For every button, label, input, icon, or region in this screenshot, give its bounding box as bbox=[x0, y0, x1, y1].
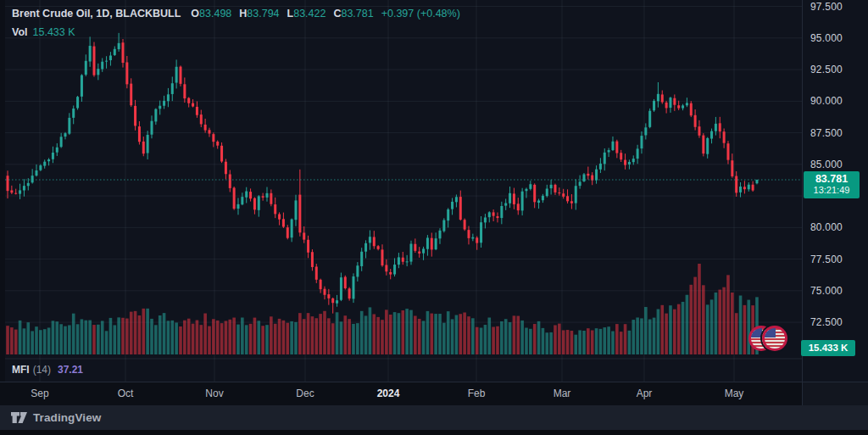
tradingview-chart-widget: Brent Crude Oil, 1D, BLACKBULLO83.498H83… bbox=[0, 0, 868, 435]
mfi-indicator-legend[interactable]: MFI(14)37.21 bbox=[12, 364, 83, 376]
tradingview-brand: TradingView bbox=[33, 411, 101, 424]
time-tick-label: Feb bbox=[468, 388, 486, 399]
price-tick-label: 77.500 bbox=[810, 254, 843, 265]
legend-ohlc-row: Brent Crude Oil, 1D, BLACKBULLO83.498H83… bbox=[12, 7, 460, 21]
price-tick-label: 92.500 bbox=[810, 64, 843, 75]
mfi-period: (14) bbox=[33, 364, 51, 376]
time-tick-label: Dec bbox=[296, 388, 314, 399]
time-tick-label: Mar bbox=[554, 388, 571, 399]
candlestick-chart bbox=[0, 0, 802, 382]
footer-bar: TradingView bbox=[0, 405, 868, 430]
time-tick-label: Nov bbox=[205, 388, 223, 399]
time-tick-label: 2024 bbox=[377, 388, 400, 399]
chart-left-margin bbox=[0, 0, 5, 382]
close-value: 83.781 bbox=[341, 8, 373, 20]
price-tick-label: 75.000 bbox=[810, 285, 843, 297]
open-label: O bbox=[191, 8, 199, 20]
price-axis[interactable]: 83.781 13:21:49 15.433 K 97.50095.00092.… bbox=[802, 0, 868, 382]
price-tick-label: 90.000 bbox=[810, 95, 843, 107]
time-tick-label: May bbox=[725, 388, 744, 399]
mfi-name: MFI bbox=[12, 364, 30, 376]
high-value: 83.794 bbox=[247, 8, 279, 20]
volume-value: 15.433 K bbox=[33, 26, 75, 38]
last-price: 83.781 bbox=[804, 173, 860, 185]
price-tick-label: 72.500 bbox=[810, 316, 843, 328]
economic-event-markers[interactable] bbox=[748, 326, 789, 352]
time-tick-label: Oct bbox=[118, 388, 134, 399]
time-tick-label: Sep bbox=[31, 388, 48, 399]
price-tick-label: 95.000 bbox=[810, 32, 843, 44]
axis-corner bbox=[802, 382, 868, 405]
volume-badge: 15.433 K bbox=[801, 340, 855, 356]
open-value: 83.498 bbox=[199, 8, 231, 20]
time-axis[interactable]: SepOctNovDec2024FebMarAprMay bbox=[0, 382, 802, 405]
price-tick-label: 85.000 bbox=[810, 159, 843, 170]
tradingview-attribution-link[interactable]: TradingView bbox=[11, 411, 101, 424]
price-tick-label: 97.500 bbox=[810, 1, 843, 13]
us-flag-event-icon[interactable] bbox=[762, 326, 787, 351]
change-value: +0.397 (+0.48%) bbox=[381, 8, 460, 20]
price-badge: 83.781 13:21:49 bbox=[804, 171, 860, 198]
legend-volume-row: Vol15.433 K bbox=[12, 25, 460, 40]
tradingview-logo-icon bbox=[11, 411, 27, 424]
chart-canvas[interactable] bbox=[0, 0, 802, 382]
low-value: 83.422 bbox=[293, 8, 326, 20]
price-tick-label: 87.500 bbox=[810, 127, 843, 139]
mfi-value: 37.21 bbox=[58, 364, 83, 376]
time-tick-label: Apr bbox=[637, 388, 653, 399]
high-label: H bbox=[239, 8, 247, 20]
symbol-legend: Brent Crude Oil, 1D, BLACKBULLO83.498H83… bbox=[12, 7, 460, 40]
window-bottom-edge bbox=[0, 430, 868, 435]
symbol-title[interactable]: Brent Crude Oil, 1D, BLACKBULL bbox=[12, 8, 181, 20]
bar-countdown: 13:21:49 bbox=[804, 185, 860, 196]
volume-label: Vol bbox=[12, 26, 28, 38]
price-tick-label: 80.000 bbox=[810, 221, 843, 233]
